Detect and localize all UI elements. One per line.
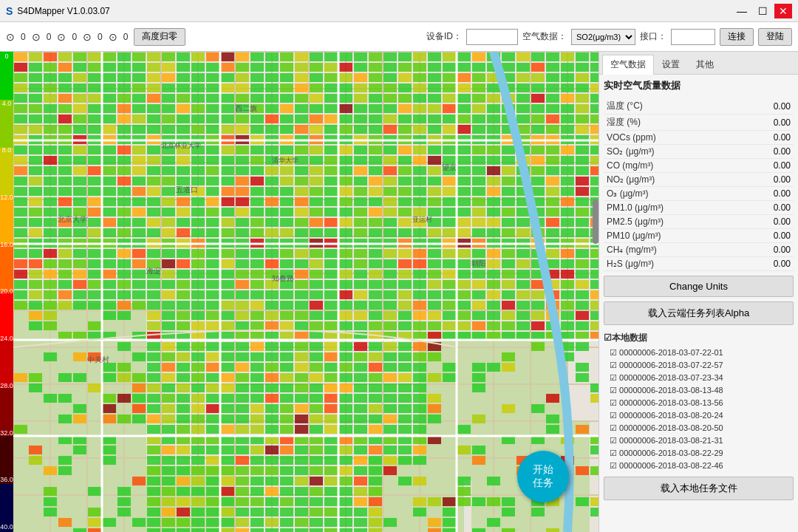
metric-row-7: PM1.0 (μg/m³)0.00 (604, 201, 794, 215)
metric-row-9: PM10 (μg/m³)0.00 (604, 229, 794, 243)
load-local-button[interactable]: 载入本地任务文件 (604, 477, 794, 500)
toolbar-icon-4[interactable]: ⊙ (109, 31, 117, 43)
window-controls: — ☐ ✕ (733, 4, 792, 18)
login-button[interactable]: 登陆 (758, 28, 792, 46)
air-data-label: 空气数据： (522, 30, 567, 43)
connect-button[interactable]: 连接 (720, 28, 754, 46)
metric-value-1: 0.00 (761, 117, 791, 128)
scale-label-4: 16.0 (0, 242, 13, 248)
task-item-0[interactable]: ☑ 00000006-2018-03-07-22-01 (604, 347, 794, 359)
task-item-3[interactable]: ☑ 00000006-2018-03-08-13-48 (604, 384, 794, 397)
metric-value-4: 0.00 (761, 160, 791, 171)
metric-value-8: 0.00 (761, 216, 791, 227)
metric-label-8: PM2.5 (μg/m³) (607, 216, 664, 227)
metric-value-9: 0.00 (761, 231, 791, 241)
map-area[interactable]: 0 4.0 8.0 12.0 16.0 20.0 24.0 28.0 32.0 … (0, 52, 598, 532)
toolbar-icon-1[interactable]: ⊙ (32, 31, 41, 43)
metric-label-7: PM1.0 (μg/m³) (607, 202, 664, 213)
task-item-7[interactable]: ☑ 00000006-2018-03-08-21-31 (604, 434, 794, 447)
app-logo: S (6, 5, 13, 17)
task-item-9[interactable]: ☑ 00000006-2018-03-08-22-46 (604, 460, 794, 472)
task-item-1[interactable]: ☑ 00000006-2018-03-07-22-57 (604, 359, 794, 372)
metric-label-1: 湿度 (%) (607, 116, 641, 129)
metric-value-5: 0.00 (761, 174, 791, 185)
load-cloud-button[interactable]: 载入云端任务列表Alpha (604, 301, 794, 325)
scale-label-1: 4.0 (0, 100, 13, 107)
panel-content: 实时空气质量数据 温度 (°C)0.00湿度 (%)0.00VOCs (ppm)… (599, 75, 798, 532)
metric-row-11: H₂S (μg/m³)0.00 (604, 257, 794, 271)
section-title: 实时空气质量数据 (604, 79, 794, 94)
metric-row-0: 温度 (°C)0.00 (604, 98, 794, 115)
device-controls: 设备ID： 空气数据： SO2(μg/m3) 接口： 连接 登陆 (426, 28, 792, 46)
close-button[interactable]: ✕ (774, 4, 792, 18)
scale-label-6: 24.0 (0, 335, 13, 342)
metric-row-10: CH₄ (mg/m³)0.00 (604, 243, 794, 257)
tab-other[interactable]: 其他 (688, 55, 722, 74)
metric-value-0: 0.00 (761, 101, 791, 112)
device-id-input[interactable] (466, 29, 518, 45)
task-item-5[interactable]: ☑ 00000006-2018-03-08-20-24 (604, 409, 794, 422)
toolbar: ⊙ 0 ⊙ 0 ⊙ 0 ⊙ 0 ⊙ 0 高度归零 设备ID： 空气数据： SO2… (0, 22, 798, 52)
metric-label-6: O₃ (μg/m³) (607, 188, 649, 199)
air-unit-select[interactable]: SO2(μg/m3) (571, 29, 635, 45)
tab-air-data[interactable]: 空气数据 (602, 55, 654, 75)
toolbar-icon-0[interactable]: ⊙ (6, 31, 15, 43)
scale-label-2: 8.0 (0, 147, 13, 154)
scale-label-5: 20.0 (0, 288, 13, 295)
minimize-button[interactable]: — (733, 4, 751, 18)
metric-row-8: PM2.5 (μg/m³)0.00 (604, 215, 794, 229)
main-layout: 0 4.0 8.0 12.0 16.0 20.0 24.0 28.0 32.0 … (0, 52, 798, 532)
tasks-container: ☑ 00000006-2018-03-07-22-01☑ 00000006-20… (604, 347, 794, 472)
scale-label-10: 40.0 (0, 524, 13, 531)
port-input[interactable] (671, 29, 715, 45)
metric-label-4: CO (mg/m³) (607, 160, 653, 171)
metric-value-2: 0.00 (761, 132, 791, 143)
metric-label-0: 温度 (°C) (607, 100, 643, 112)
map-canvas[interactable] (13, 52, 598, 532)
scale-label-8: 32.0 (0, 430, 13, 437)
metric-value-3: 0.00 (761, 146, 791, 157)
right-panel: 空气数据 设置 其他 实时空气质量数据 温度 (°C)0.00湿度 (%)0.0… (598, 52, 798, 532)
vertical-scrollbar[interactable] (593, 200, 598, 244)
panel-tabs: 空气数据 设置 其他 (599, 52, 798, 75)
map-drawing (13, 52, 598, 532)
metric-value-11: 0.00 (761, 259, 791, 269)
titlebar: S S4DMapper V1.0.03.07 — ☐ ✕ (0, 0, 798, 22)
metric-value-6: 0.00 (761, 188, 791, 199)
app-title: S4DMapper V1.0.03.07 (17, 6, 109, 16)
scale-bar: 0 4.0 8.0 12.0 16.0 20.0 24.0 28.0 32.0 … (0, 52, 13, 532)
task-item-6[interactable]: ☑ 00000006-2018-03-08-20-50 (604, 422, 794, 434)
metric-row-5: NO₂ (μg/m³)0.00 (604, 173, 794, 187)
metric-value-10: 0.00 (761, 245, 791, 255)
metric-label-11: H₂S (μg/m³) (607, 259, 654, 269)
metrics-container: 温度 (°C)0.00湿度 (%)0.00VOCs (ppm)0.00SO₂ (… (604, 98, 794, 271)
scale-label-7: 28.0 (0, 383, 13, 389)
metric-row-1: 湿度 (%)0.00 (604, 115, 794, 131)
start-task-label: 开始任务 (533, 463, 553, 490)
toolbar-icon-2[interactable]: ⊙ (57, 31, 66, 43)
port-label: 接口： (640, 30, 666, 43)
metric-value-7: 0.00 (761, 202, 791, 213)
metric-row-3: SO₂ (μg/m³)0.00 (604, 145, 794, 159)
toolbar-icon-3[interactable]: ⊙ (83, 31, 92, 43)
scale-label-3: 12.0 (0, 194, 13, 201)
metric-row-6: O₃ (μg/m³)0.00 (604, 187, 794, 201)
change-units-button[interactable]: Change Units (604, 276, 794, 297)
local-data-title[interactable]: ☑本地数据 (604, 330, 794, 347)
metric-row-2: VOCs (ppm)0.00 (604, 131, 794, 145)
metric-label-10: CH₄ (mg/m³) (607, 245, 657, 255)
metric-label-3: SO₂ (μg/m³) (607, 146, 655, 157)
task-section: ☑本地数据 ☑ 00000006-2018-03-07-22-01☑ 00000… (604, 330, 794, 472)
scale-label-9: 36.0 (0, 477, 13, 483)
reset-height-button[interactable]: 高度归零 (134, 28, 185, 46)
start-task-button[interactable]: 开始任务 (517, 451, 569, 502)
metric-row-4: CO (mg/m³)0.00 (604, 159, 794, 173)
task-item-8[interactable]: ☑ 00000006-2018-03-08-22-29 (604, 447, 794, 460)
task-item-2[interactable]: ☑ 00000006-2018-03-07-23-34 (604, 372, 794, 384)
metric-label-2: VOCs (ppm) (607, 132, 656, 143)
scale-label-0: 0 (0, 53, 13, 60)
task-item-4[interactable]: ☑ 00000006-2018-03-08-13-56 (604, 397, 794, 409)
metric-label-9: PM10 (μg/m³) (607, 231, 661, 241)
tab-settings[interactable]: 设置 (654, 55, 688, 74)
maximize-button[interactable]: ☐ (754, 4, 771, 18)
